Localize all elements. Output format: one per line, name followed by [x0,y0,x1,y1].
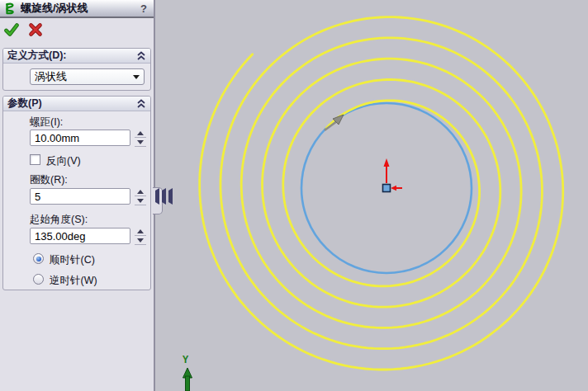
up-arrow-icon [137,229,144,233]
definition-group-header[interactable]: 定义方式(D): [3,49,150,64]
property-manager-panel: 螺旋线/涡状线 ? 定义方式(D): 涡状线 [0,0,155,391]
start-point-handle-icon[interactable] [325,115,344,130]
sketch-canvas [155,0,588,391]
cancel-button[interactable] [28,22,43,37]
clockwise-label: 顺时针(C) [50,253,95,267]
reverse-checkbox[interactable] [30,154,40,165]
definition-type-value: 涡状线 [35,69,133,84]
parameters-header-label: 参数(P) [7,97,136,111]
action-buttons [4,22,43,37]
down-arrow-icon [137,238,144,243]
parameters-group-header[interactable]: 参数(P) [3,97,150,111]
definition-groupbox: 定义方式(D): 涡状线 [2,48,151,91]
definition-type-dropdown[interactable]: 涡状线 [30,68,145,85]
start-angle-spinner [135,228,146,245]
radio-counterclockwise[interactable] [33,274,44,285]
application-window: 螺旋线/涡状线 ? 定义方式(D): 涡状线 [0,0,588,391]
pitch-input[interactable] [30,130,130,146]
revolutions-spin-up[interactable] [135,188,146,196]
radio-clockwise[interactable] [33,253,44,264]
dropdown-arrow-icon [133,75,140,79]
panel-title: 螺旋线/涡状线 [21,1,140,16]
spiral-path[interactable] [200,17,563,370]
sketch-origin-marker[interactable] [383,158,403,192]
parameters-groupbox: 参数(P) 螺距(I): 反向(V) 圈数(R): 起始角度(S): [2,96,151,290]
revolutions-spinner [135,188,146,205]
up-arrow-icon [137,190,144,194]
collapse-left-icon [162,188,166,205]
start-angle-input[interactable] [30,228,130,244]
reverse-label: 反向(V) [46,154,81,168]
pitch-label: 螺距(I): [30,115,63,130]
down-arrow-icon [137,199,144,203]
panel-titlebar: 螺旋线/涡状线 ? [0,0,154,18]
definition-header-label: 定义方式(D): [7,49,136,63]
collapse-chevron-icon[interactable] [136,98,146,109]
start-angle-label: 起始角度(S): [30,213,88,227]
helix-spiral-icon [3,2,17,16]
help-button[interactable]: ? [140,2,147,15]
revolutions-label: 圈数(R): [30,173,68,187]
ok-button[interactable] [4,22,19,37]
y-axis-triad-icon [183,368,192,391]
pitch-spinner [135,130,146,147]
collapse-left-icon [168,188,173,205]
y-axis-label: Y [183,355,188,366]
panel-splitter-handle[interactable] [153,187,163,214]
collapse-chevron-icon[interactable] [136,50,146,61]
viewport[interactable]: Y [155,0,588,391]
down-arrow-icon [137,140,144,144]
start-angle-spin-down[interactable] [135,237,146,245]
pitch-spin-up[interactable] [135,130,146,138]
revolutions-input[interactable] [30,188,130,205]
counterclockwise-label: 逆时针(W) [50,274,97,288]
collapse-left-icon [155,188,159,205]
revolutions-spin-down[interactable] [135,197,146,205]
pitch-spin-down[interactable] [135,139,146,147]
up-arrow-icon [137,131,144,135]
start-angle-spin-up[interactable] [135,228,146,236]
